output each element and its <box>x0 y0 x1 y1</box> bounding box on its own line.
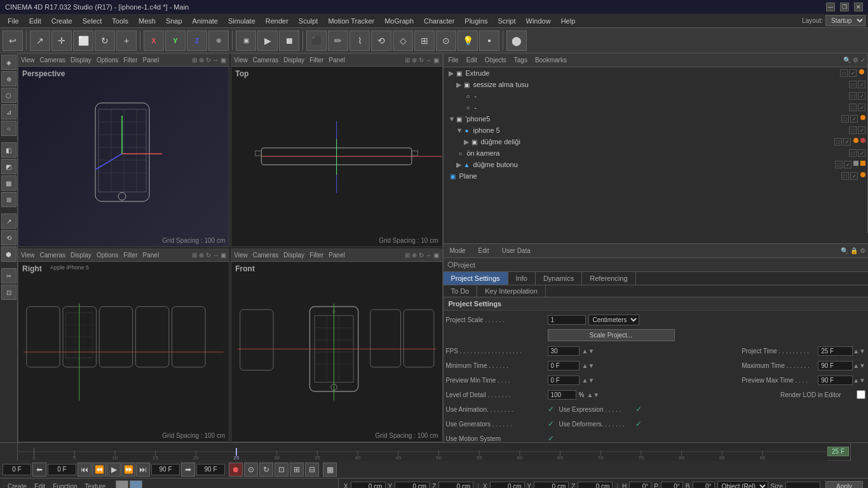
vp-right-cameras-btn[interactable]: Cameras <box>40 252 66 259</box>
minimize-button[interactable]: — <box>826 3 835 11</box>
vp-front-filter-btn[interactable]: Filter <box>309 252 323 259</box>
subtab-key-interpolation[interactable]: Key Interpolation <box>477 285 546 297</box>
move-tool[interactable]: ✛ <box>51 30 72 51</box>
vp-persp-panel-btn[interactable]: Panel <box>143 57 159 64</box>
vp-persp-view-btn[interactable]: View <box>21 57 35 64</box>
left-tool-11[interactable]: ⟲ <box>1 230 17 245</box>
play-btn[interactable]: ▶ <box>257 30 278 51</box>
coord-x-input[interactable] <box>351 482 386 488</box>
coord-z-input[interactable] <box>438 482 473 488</box>
light-btn[interactable]: 💡 <box>458 30 478 51</box>
left-tool-9[interactable]: ⊞ <box>1 192 17 207</box>
left-tool-13[interactable]: ✂ <box>1 268 17 283</box>
record-scale-btn[interactable]: ⊡ <box>275 463 288 477</box>
vp-top-panel-btn[interactable]: Panel <box>329 57 345 64</box>
vp-persp-display-btn[interactable]: Display <box>71 57 92 64</box>
timeline-mode-btn[interactable]: ▦ <box>323 463 337 477</box>
mat-swatch-1[interactable] <box>116 480 128 489</box>
mat-function-btn[interactable]: Function <box>50 482 79 488</box>
left-tool-5[interactable]: ○ <box>1 121 17 136</box>
min-time-input[interactable] <box>548 361 580 370</box>
tree-item-dugme-deligi[interactable]: ▶ ▣ düğme deliği □ ✓ <box>444 136 869 147</box>
left-tool-3[interactable]: ⬡ <box>1 88 17 103</box>
attr-edit-btn[interactable]: Edit <box>475 247 493 255</box>
menu-mograph[interactable]: MoGraph <box>379 16 419 26</box>
preview-min-input[interactable] <box>548 376 580 385</box>
tab-referencing[interactable]: Referencing <box>582 272 635 285</box>
scene-edit-btn[interactable]: Edit <box>464 56 480 64</box>
tab-project-settings[interactable]: Project Settings <box>444 272 508 285</box>
vp-persp-options-btn[interactable]: Options <box>97 57 118 64</box>
vp-top-display-btn[interactable]: Display <box>283 57 304 64</box>
layout-select[interactable]: Startup <box>825 15 865 26</box>
viewport-top[interactable]: View Cameras Display Filter Panel ⊞ ⊕ ↻ … <box>231 53 442 247</box>
mat-swatch-2[interactable] <box>130 480 142 489</box>
record-btn[interactable]: ▣ <box>236 30 256 51</box>
array-btn[interactable]: ⊞ <box>414 30 435 51</box>
play-step-btn[interactable]: ⏩ <box>121 463 135 477</box>
mat-texture-btn[interactable]: Texture <box>83 482 109 488</box>
project-time-input[interactable] <box>818 346 853 356</box>
subtab-todo[interactable]: To Do <box>444 285 478 297</box>
left-tool-1[interactable]: ◈ <box>1 55 17 70</box>
left-tool-4[interactable]: ⊿ <box>1 104 17 119</box>
menu-motion-tracker[interactable]: Motion Tracker <box>323 16 379 26</box>
play-next-btn[interactable]: ➡ <box>181 463 195 477</box>
vis-cam[interactable]: □ <box>840 69 848 77</box>
tab-dynamics[interactable]: Dynamics <box>536 272 582 285</box>
tree-item-extrude[interactable]: ▶ ▣ Extrude □ ✓ <box>444 67 869 79</box>
pen-btn[interactable]: ✏ <box>328 30 348 51</box>
viewport-perspective[interactable]: View Cameras Display Options Filter Pane… <box>18 53 229 247</box>
coord-z2-input[interactable] <box>578 482 613 488</box>
left-tool-14[interactable]: ⊡ <box>1 285 17 300</box>
scene-file-btn[interactable]: File <box>446 56 461 64</box>
preview-max-input[interactable] <box>818 376 853 385</box>
project-scale-input[interactable] <box>548 315 586 325</box>
cube-btn[interactable]: ⬛ <box>306 30 327 51</box>
tab-info[interactable]: Info <box>508 272 536 285</box>
vp-front-panel-btn[interactable]: Panel <box>329 252 345 259</box>
object-type-select[interactable]: Object (Rel) <box>717 481 768 488</box>
left-tool-12[interactable]: ⬢ <box>1 247 17 262</box>
fps-input[interactable] <box>548 346 580 356</box>
vp-top-cameras-btn[interactable]: Cameras <box>253 57 279 64</box>
menu-help[interactable]: Help <box>556 16 581 26</box>
tree-item-plane[interactable]: ▣ Plane □ ✓ <box>444 170 869 182</box>
stop-btn[interactable]: ⏹ <box>279 30 299 51</box>
tree-item-dugme-butonu[interactable]: ▶ ▲ düğme butonu □ ✓ <box>444 159 869 170</box>
lod-input[interactable] <box>548 390 576 400</box>
vp-right-display-btn[interactable]: Display <box>71 252 92 259</box>
play-prev-btn[interactable]: ⬅ <box>32 463 46 477</box>
skip-start-btn[interactable]: ⏮ <box>78 463 92 477</box>
vp-top-filter-btn[interactable]: Filter <box>309 57 323 64</box>
coord-b-input[interactable] <box>693 482 715 488</box>
record-param-btn[interactable]: ⊟ <box>305 463 319 477</box>
max-time-input[interactable] <box>818 361 853 370</box>
tree-item-dash1[interactable]: ○ - □ ✓ <box>444 90 869 102</box>
tree-item-dash2[interactable]: ○ - □ ✓ <box>444 102 869 113</box>
tree-item-phone5[interactable]: ▼ ▣ 'phone5 □ ✓ <box>444 113 869 125</box>
vp-front-cameras-btn[interactable]: Cameras <box>253 252 279 259</box>
vp-front-display-btn[interactable]: Display <box>283 252 304 259</box>
vp-front-view-btn[interactable]: View <box>234 252 248 259</box>
record-all-btn[interactable]: ⊞ <box>290 463 304 477</box>
menu-plugins[interactable]: Plugins <box>459 16 492 26</box>
tree-item-on-kamera[interactable]: ○ ön kamera □ ✓ <box>444 147 869 159</box>
menu-simulate[interactable]: Simulate <box>223 16 261 26</box>
record-rot-btn[interactable]: ↻ <box>259 463 273 477</box>
left-tool-2[interactable]: ⊕ <box>1 71 17 86</box>
coord-p-input[interactable] <box>661 482 683 488</box>
z-axis-btn[interactable]: Z <box>187 30 207 51</box>
menu-edit[interactable]: Edit <box>24 16 46 26</box>
scene-tags-btn[interactable]: Tags <box>512 56 530 64</box>
y-axis-btn[interactable]: Y <box>165 30 186 51</box>
end-frame2-input[interactable] <box>196 464 225 475</box>
start-frame-input[interactable] <box>3 464 31 475</box>
camera-obj-btn[interactable]: ⊙ <box>436 30 456 51</box>
menu-tools[interactable]: Tools <box>107 16 133 26</box>
project-scale-unit-select[interactable]: Centimeters <box>588 315 639 325</box>
material-btn[interactable]: ● <box>479 30 499 51</box>
coord-y-input[interactable] <box>395 482 430 488</box>
rotate-tool[interactable]: ↻ <box>95 30 115 51</box>
vp-right-options-btn[interactable]: Options <box>97 252 118 259</box>
